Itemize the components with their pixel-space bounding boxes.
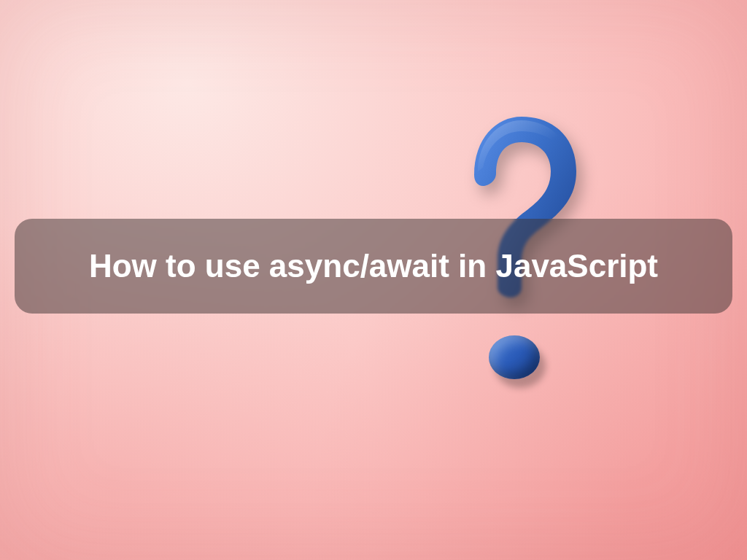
page-title: How to use async/await in JavaScript bbox=[89, 248, 658, 284]
title-overlay: How to use async/await in JavaScript bbox=[15, 219, 732, 314]
